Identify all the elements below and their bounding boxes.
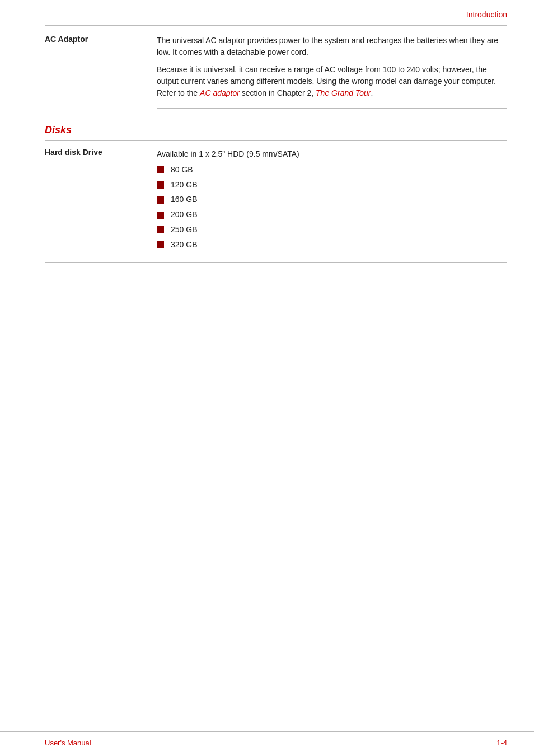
hdd-size-value: 320 GB (171, 238, 197, 252)
ac-adaptor-desc2-suffix: . (371, 88, 373, 97)
ac-adaptor-table: AC Adaptor The universal AC adaptor prov… (45, 25, 507, 109)
list-item: 120 GB (157, 179, 503, 192)
main-content: AC Adaptor The universal AC adaptor prov… (0, 25, 534, 297)
ac-adaptor-term: AC Adaptor (45, 26, 157, 109)
ac-adaptor-desc1: The universal AC adaptor provides power … (157, 35, 503, 58)
hdd-size-value: 120 GB (171, 179, 197, 192)
ac-adaptor-link[interactable]: AC adaptor (200, 88, 240, 97)
bullet-icon (157, 196, 164, 204)
hdd-size-value: 250 GB (171, 223, 197, 237)
ac-adaptor-desc2: Because it is universal, it can receive … (157, 64, 503, 99)
grand-tour-link[interactable]: The Grand Tour (316, 88, 371, 97)
page-footer: User's Manual 1-4 (0, 731, 534, 756)
ac-adaptor-desc2-middle: section in Chapter 2, (240, 88, 316, 97)
list-item: 200 GB (157, 208, 503, 222)
ac-adaptor-definition: The universal AC adaptor provides power … (157, 26, 507, 109)
hard-disk-row: Hard disk Drive Available in 1 x 2.5" HD… (45, 141, 507, 263)
hdd-size-value: 80 GB (171, 163, 193, 177)
bullet-icon (157, 212, 164, 219)
bullet-icon (157, 226, 164, 233)
ac-adaptor-row: AC Adaptor The universal AC adaptor prov… (45, 26, 507, 109)
hdd-available-text: Available in 1 x 2.5" HDD (9.5 mm/SATA) (157, 148, 503, 161)
header-section-title: Introduction (466, 10, 507, 19)
list-item: 160 GB (157, 193, 503, 206)
list-item: 80 GB (157, 163, 503, 177)
hard-disk-term: Hard disk Drive (45, 141, 157, 263)
bullet-icon (157, 241, 164, 248)
footer-right: 1-4 (496, 739, 507, 747)
bullet-icon (157, 181, 164, 189)
page-header: Introduction (0, 0, 534, 25)
hdd-sizes-list: 80 GB120 GB160 GB200 GB250 GB320 GB (157, 163, 503, 252)
list-item: 250 GB (157, 223, 503, 237)
hard-disk-definition: Available in 1 x 2.5" HDD (9.5 mm/SATA) … (157, 141, 507, 263)
list-item: 320 GB (157, 238, 503, 252)
hdd-size-value: 160 GB (171, 193, 197, 206)
bullet-icon (157, 166, 164, 173)
hard-disk-table: Hard disk Drive Available in 1 x 2.5" HD… (45, 140, 507, 263)
footer-left: User's Manual (45, 739, 91, 747)
disks-heading: Disks (45, 119, 507, 140)
hdd-size-value: 200 GB (171, 208, 197, 222)
